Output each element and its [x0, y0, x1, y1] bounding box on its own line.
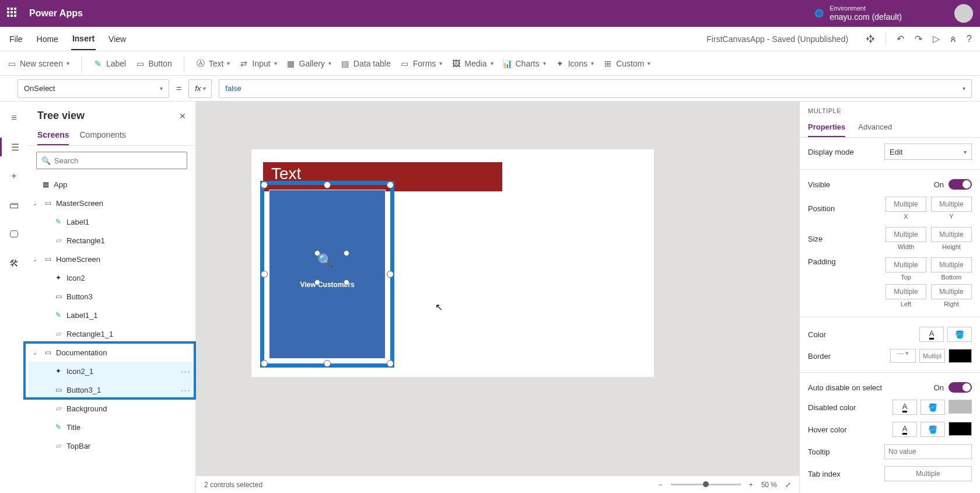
ribbon-custom[interactable]: ⊞Custom▾ — [603, 59, 650, 68]
tree-item-background[interactable]: ▱Background — [28, 399, 195, 418]
tabindex-input[interactable] — [884, 466, 972, 481]
user-avatar[interactable] — [954, 4, 973, 23]
fx-button[interactable]: fx▾ — [188, 79, 212, 98]
label-visible: Visible — [808, 180, 830, 189]
hover-border-swatch[interactable] — [949, 422, 972, 436]
undo-icon[interactable]: ↶ — [897, 33, 904, 44]
document-title: FirstCanvasApp - Saved (Unpublished) — [706, 34, 848, 44]
close-icon[interactable]: ✕ — [179, 111, 186, 121]
redo-icon[interactable]: ↷ — [915, 33, 922, 44]
more-icon[interactable]: ··· — [181, 386, 191, 394]
ribbon-media[interactable]: 🖼Media▾ — [452, 59, 493, 68]
tree-item-topbar[interactable]: ▱TopBar — [28, 436, 195, 455]
menu-home[interactable]: Home — [36, 29, 60, 50]
ribbon-gallery[interactable]: ▦Gallery▾ — [286, 59, 331, 68]
formula-input[interactable]: false▾ — [219, 79, 972, 98]
tree-item-rectangle1-1[interactable]: ▱Rectangle1_1 — [28, 324, 195, 343]
screen-icon: ▭ — [43, 348, 52, 357]
ribbon-label[interactable]: ✎Label — [93, 59, 126, 68]
tree-item-icon2-1[interactable]: ✦Icon2_1··· — [28, 362, 195, 380]
padding-left-input[interactable] — [886, 284, 926, 299]
hover-font-color[interactable]: A — [892, 422, 917, 437]
position-y-input[interactable] — [931, 197, 972, 212]
share-icon[interactable]: ጰ — [950, 34, 956, 44]
chevron-down-icon[interactable]: ⌄ — [33, 200, 40, 207]
menu-file[interactable]: File — [8, 29, 24, 50]
border-color-swatch[interactable] — [949, 349, 972, 363]
tree-item-homescreen[interactable]: ⌄▭HomeScreen — [28, 250, 195, 268]
zoom-slider[interactable] — [671, 484, 741, 485]
equals-sign: = — [176, 83, 181, 94]
tab-screens[interactable]: Screens — [37, 125, 69, 145]
tab-properties[interactable]: Properties — [808, 123, 845, 137]
tab-components[interactable]: Components — [79, 125, 125, 145]
design-canvas[interactable]: Text 🔍 View Customers — [251, 149, 654, 377]
chevron-down-icon[interactable]: ⌄ — [33, 349, 40, 356]
rail-media-icon[interactable]: 🖵 — [0, 225, 28, 244]
ribbon-text[interactable]: ⒶText▾ — [196, 59, 230, 68]
icon-selection[interactable]: 🔍 — [317, 253, 346, 282]
displaymode-select[interactable]: Edit▾ — [884, 144, 972, 160]
font-color-button[interactable]: A — [919, 327, 944, 342]
ribbon-input[interactable]: ⇄Input▾ — [239, 59, 276, 68]
rail-tree-icon[interactable]: ☰ — [0, 138, 28, 156]
ribbon-new-screen[interactable]: ▭New screen▾ — [7, 59, 69, 68]
hover-fill-color[interactable]: 🪣 — [921, 422, 945, 437]
padding-right-input[interactable] — [931, 284, 972, 299]
rail-data-icon[interactable]: 🗃 — [0, 196, 28, 215]
tree-item-documentation[interactable]: ⌄▭Documentation — [28, 343, 195, 362]
ribbon-charts[interactable]: 📊Charts▾ — [503, 59, 546, 68]
position-x-input[interactable] — [886, 197, 926, 212]
zoom-in-icon[interactable]: + — [749, 481, 753, 489]
tree-title: Tree view — [37, 110, 85, 122]
fill-color-button[interactable]: 🪣 — [947, 327, 972, 342]
zoom-out-icon[interactable]: − — [659, 481, 663, 489]
tree-item-icon2[interactable]: ✦Icon2 — [28, 268, 195, 287]
environment-selector[interactable]: 🌐 Environment enayu.com (default) — [814, 5, 902, 22]
border-width-input[interactable] — [919, 349, 945, 363]
selection-box[interactable]: 🔍 View Customers — [260, 181, 394, 368]
tree-item-button3-1[interactable]: ▭Button3_1··· — [28, 380, 195, 399]
tree-search-input[interactable] — [54, 156, 182, 165]
border-style-select[interactable]: — ▾ — [890, 349, 916, 363]
tree-item-button3[interactable]: ▭Button3 — [28, 287, 195, 306]
tree-item-masterscreen[interactable]: ⌄▭MasterScreen — [28, 194, 195, 212]
tree-item-label1[interactable]: ✎Label1 — [28, 212, 195, 231]
autodisable-toggle[interactable] — [949, 382, 972, 393]
tree-item-app[interactable]: ▦App — [28, 175, 195, 194]
ribbon-button[interactable]: ▭Button — [135, 59, 172, 68]
ribbon-datatable[interactable]: ▤Data table — [341, 59, 391, 68]
help-icon[interactable]: ? — [967, 34, 972, 44]
more-icon[interactable]: ··· — [181, 367, 191, 376]
fit-icon[interactable]: ⤢ — [785, 481, 791, 489]
size-width-input[interactable] — [886, 227, 926, 242]
size-height-input[interactable] — [931, 227, 972, 242]
menu-view[interactable]: View — [107, 29, 127, 50]
text-icon: Ⓐ — [196, 59, 205, 68]
rail-tools-icon[interactable]: 🛠 — [0, 254, 28, 273]
chevron-down-icon[interactable]: ⌄ — [33, 256, 40, 263]
tree-item-rectangle1[interactable]: ▱Rectangle1 — [28, 231, 195, 250]
waffle-icon[interactable] — [7, 8, 19, 19]
disabled-font-color[interactable]: A — [892, 400, 917, 415]
rail-hamburger-icon[interactable]: ≡ — [0, 109, 28, 127]
tooltip-input[interactable] — [884, 444, 972, 459]
ribbon-forms[interactable]: ▭Forms▾ — [400, 59, 443, 68]
formula-bar: OnSelect▾ = fx▾ false▾ — [0, 76, 980, 102]
menu-insert[interactable]: Insert — [71, 28, 96, 50]
tree-search[interactable]: 🔍 — [36, 152, 187, 169]
padding-bottom-input[interactable] — [931, 257, 972, 272]
tab-advanced[interactable]: Advanced — [858, 123, 892, 137]
tree-item-label1-1[interactable]: ✎Label1_1 — [28, 306, 195, 324]
disabled-fill-color[interactable]: 🪣 — [921, 400, 945, 415]
visible-toggle[interactable] — [949, 179, 972, 190]
rail-add-icon[interactable]: + — [0, 167, 28, 186]
play-icon[interactable]: ▷ — [933, 33, 940, 44]
app-checker-icon[interactable]: ᠅ — [866, 34, 875, 44]
charts-icon: 📊 — [503, 59, 512, 68]
padding-top-input[interactable] — [886, 257, 926, 272]
ribbon-icons[interactable]: ✦Icons▾ — [555, 59, 594, 68]
property-selector[interactable]: OnSelect▾ — [18, 79, 169, 98]
tree-item-title[interactable]: ✎Title — [28, 418, 195, 436]
disabled-border-swatch[interactable] — [949, 400, 972, 414]
